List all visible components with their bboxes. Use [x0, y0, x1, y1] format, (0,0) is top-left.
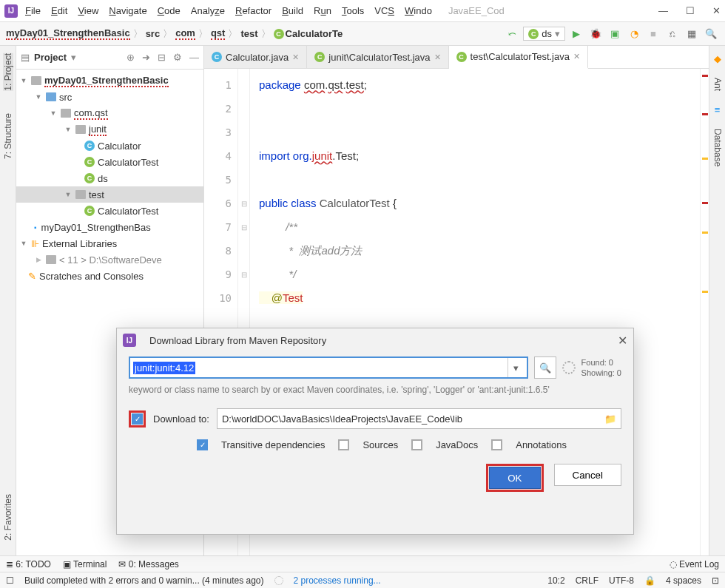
menu-vcs[interactable]: VCS	[374, 5, 394, 16]
terminal-tab[interactable]: ▣ Terminal	[63, 559, 107, 570]
javadocs-checkbox[interactable]: ✓	[411, 439, 422, 450]
folder-icon	[46, 92, 56, 101]
status-processes[interactable]: 2 processes running...	[294, 575, 381, 586]
transitive-checkbox[interactable]: ✓	[197, 439, 208, 450]
annotations-checkbox[interactable]: ✓	[491, 439, 502, 450]
right-tool-strip: ◆ Ant ≡ Database	[709, 46, 725, 555]
sidebar-tab-database[interactable]: Database	[712, 129, 723, 166]
maven-search-input[interactable]: junit:junit:4.12 ▾	[129, 356, 528, 379]
tab-calculator[interactable]: CCalculator.java✕	[204, 46, 307, 68]
status-lock-icon[interactable]: 🔒	[644, 575, 655, 586]
dialog-close-button[interactable]: ✕	[618, 334, 627, 348]
coverage-button[interactable]: ▣	[607, 26, 623, 42]
minimize-button[interactable]: —	[658, 5, 668, 16]
stop-button[interactable]: ■	[645, 26, 661, 42]
scroll-from-source-icon[interactable]: ➜	[142, 52, 150, 63]
search-dropdown-button[interactable]: ▾	[508, 358, 524, 377]
structure-button[interactable]: ▦	[684, 26, 700, 42]
error-stripe[interactable]	[700, 69, 709, 555]
tree-src[interactable]: src	[59, 92, 72, 103]
menu-code[interactable]: Code	[158, 5, 181, 16]
sidebar-tab-project[interactable]: 1: Project	[3, 53, 13, 91]
annotations-label: Annotations	[516, 439, 567, 450]
package-icon	[75, 125, 86, 134]
tab-label: junit\CalculatorTest.java	[328, 52, 430, 63]
tab-test-calctest[interactable]: Ctest\CalculatorTest.java✕	[449, 46, 588, 69]
class-icon: C	[274, 29, 284, 39]
search-button[interactable]: 🔍	[534, 356, 556, 379]
menu-view[interactable]: View	[78, 5, 98, 16]
download-path-input[interactable]: D:\worldDOC\JavaBasics\IdeaProjects\Java…	[217, 408, 621, 429]
tree-scratches[interactable]: Scratches and Consoles	[39, 271, 144, 282]
menu-navigate[interactable]: Navigate	[109, 5, 146, 16]
bc-file[interactable]: CalculatorTe	[286, 28, 343, 39]
tab-junit-calctest[interactable]: Cjunit\CalculatorTest.java✕	[307, 46, 448, 68]
select-opened-file-icon[interactable]: ⊕	[127, 52, 135, 63]
menu-refactor[interactable]: Refactor	[235, 5, 272, 16]
download-to-checkbox[interactable]: ✓	[132, 413, 143, 425]
class-icon: C	[84, 206, 95, 216]
browse-folder-icon[interactable]: 📁	[604, 413, 616, 425]
menu-build[interactable]: Build	[282, 5, 303, 16]
status-caret-pos[interactable]: 10:2	[547, 575, 564, 586]
menu-edit[interactable]: Edit	[51, 5, 67, 16]
status-mem-icon[interactable]: ⊡	[712, 575, 719, 586]
sidebar-tab-favorites[interactable]: 2: Favorites	[3, 494, 13, 541]
status-line-sep[interactable]: CRLF	[576, 575, 598, 586]
search-everywhere-button[interactable]: 🔍	[703, 26, 719, 42]
build-hammer-icon[interactable]: ⤺	[504, 26, 520, 42]
bc-root[interactable]: myDay01_StrengthenBasic	[6, 27, 130, 40]
collapse-all-icon[interactable]: ⊟	[158, 52, 166, 63]
toolbar: myDay01_StrengthenBasic 〉src 〉com 〉qst 〉…	[0, 22, 725, 46]
status-icon[interactable]: ☐	[6, 575, 14, 586]
tree-ds[interactable]: ds	[98, 173, 108, 184]
close-tab-icon[interactable]: ✕	[573, 52, 580, 61]
search-result-count: Found: 0Showing: 0	[581, 357, 621, 378]
close-window-button[interactable]: ✕	[712, 5, 721, 16]
tree-calctest2[interactable]: CalculatorTest	[98, 206, 158, 217]
ok-button[interactable]: OK	[489, 467, 540, 489]
menu-window[interactable]: Windo	[405, 5, 432, 16]
tree-calculator[interactable]: Calculator	[98, 141, 141, 152]
tree-test[interactable]: test	[89, 189, 104, 200]
run-config-selector[interactable]: C ds ▾	[523, 27, 565, 41]
bc-test[interactable]: test	[240, 28, 257, 39]
tree-junit[interactable]: junit	[89, 124, 107, 136]
sidebar-tab-ant[interactable]: Ant	[712, 78, 723, 91]
run-button[interactable]: ▶	[568, 26, 584, 42]
bc-com[interactable]: com	[175, 27, 195, 40]
tree-iml[interactable]: myDay01_StrengthenBas	[41, 222, 151, 233]
status-encoding[interactable]: UTF-8	[609, 575, 634, 586]
menu-analyze[interactable]: Analyze	[191, 5, 225, 16]
debug-button[interactable]: 🐞	[587, 26, 604, 42]
todo-tab[interactable]: ≣ 6: TODO	[6, 559, 51, 570]
class-icon: C	[84, 157, 95, 167]
bc-src[interactable]: src	[146, 28, 161, 39]
status-indent[interactable]: 4 spaces	[666, 575, 701, 586]
event-log-tab[interactable]: ◌ Event Log	[670, 559, 719, 570]
profile-button[interactable]: ◔	[626, 26, 642, 42]
tree-extlib[interactable]: External Libraries	[42, 238, 117, 249]
breadcrumb[interactable]: myDay01_StrengthenBasic 〉src 〉com 〉qst 〉…	[6, 27, 343, 41]
intellij-logo: IJ	[4, 4, 18, 18]
ant-icon: ◆	[714, 53, 721, 64]
search-text: junit:junit:4.12	[133, 362, 195, 374]
hide-panel-icon[interactable]: —	[189, 52, 199, 63]
menu-file[interactable]: File	[25, 5, 41, 16]
vcs-button[interactable]: ⎌	[664, 26, 681, 42]
messages-tab[interactable]: ✉ 0: Messages	[118, 559, 178, 570]
sources-checkbox[interactable]: ✓	[338, 439, 349, 450]
menu-tools[interactable]: Tools	[342, 5, 364, 16]
tree-calctest1[interactable]: CalculatorTest	[98, 157, 158, 168]
tree-root[interactable]: myDay01_StrengthenBasic	[44, 75, 169, 87]
close-tab-icon[interactable]: ✕	[292, 53, 299, 62]
close-tab-icon[interactable]: ✕	[434, 53, 441, 62]
sidebar-tab-structure[interactable]: 7: Structure	[3, 113, 13, 159]
bc-qst[interactable]: qst	[211, 27, 226, 40]
tree-comqst[interactable]: com.qst	[74, 107, 108, 120]
tree-jdk[interactable]: < 11 > D:\SoftwareDeve	[59, 254, 162, 266]
menu-run[interactable]: Run	[314, 5, 331, 16]
maximize-button[interactable]: ☐	[686, 5, 695, 16]
settings-gear-icon[interactable]: ⚙	[173, 52, 182, 63]
cancel-button[interactable]: Cancel	[554, 464, 622, 486]
